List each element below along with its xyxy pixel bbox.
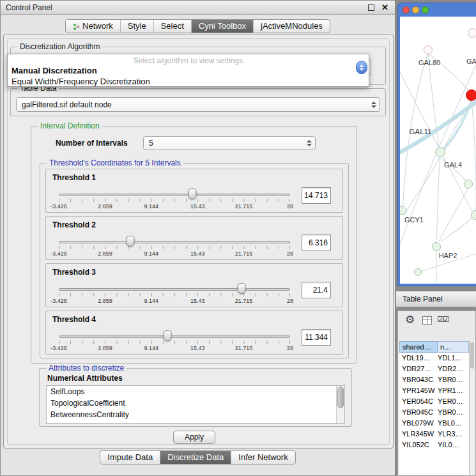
tab-network[interactable]: Network: [66, 20, 120, 33]
scale-label: 9.144: [144, 298, 159, 304]
scale-label: 9.144: [144, 345, 159, 351]
list-scrollbar[interactable]: [336, 386, 344, 423]
network-view-window: GAL80 GA GAL11 GAL4 GCY1 HAP2: [397, 3, 476, 286]
list-item[interactable]: BetweennessCentrality: [47, 409, 344, 420]
slider-track[interactable]: [59, 194, 290, 196]
slider-track[interactable]: [59, 288, 290, 291]
list-item[interactable]: TopologicalCoefficient: [47, 397, 344, 409]
control-panel-window: Control Panel ✕ Network Style Select: [0, 0, 395, 476]
tab-cyni-toolbox[interactable]: Cyni Toolbox: [191, 20, 253, 33]
tab-select[interactable]: Select: [153, 20, 191, 33]
table-row[interactable]: YPR145WYPR1…: [399, 385, 469, 396]
threshold-slider[interactable]: -3.426 2.859 9.144 15.43 21.715 28: [59, 190, 290, 210]
scale-label: 28: [287, 250, 293, 257]
scrollbar-thumb[interactable]: [337, 387, 344, 408]
tab-label: Discretize Data: [167, 451, 224, 464]
minimize-traffic-light[interactable]: [412, 6, 419, 13]
scale-label: 2.859: [98, 203, 112, 210]
table-row[interactable]: YLR345WYLR3…: [399, 429, 469, 440]
tab-style[interactable]: Style: [120, 20, 153, 33]
threshold-slider[interactable]: -3.426 2.859 9.144 15.43 21.715 28: [59, 284, 290, 305]
cell: YER0…: [438, 396, 469, 407]
cell: YPR145W: [399, 385, 438, 396]
tab-impute-data[interactable]: Impute Data: [100, 451, 160, 464]
threshold-panel-4: Threshold 4 -3.426 2.859 9.144 15.43 21.…: [45, 311, 343, 355]
tab-jactivemnodules[interactable]: jActiveMNodules: [253, 20, 330, 33]
group-label: Threshold's Coordinates for 5 Intervals: [47, 158, 183, 167]
scale-label: 28: [287, 345, 293, 351]
table-row[interactable]: YDR27…YDR2…: [399, 364, 469, 374]
tab-label: Style: [128, 20, 146, 33]
numerical-attributes-label: Numerical Attributes: [47, 374, 123, 383]
threshold-label: Threshold 3: [52, 268, 96, 277]
table-header-row: shared… n…: [399, 341, 469, 353]
network-icon: [73, 23, 80, 30]
cell: YPR1…: [438, 385, 469, 396]
column-header-shared-name[interactable]: shared…: [399, 341, 438, 353]
threshold-value-field[interactable]: 6.316: [302, 234, 331, 251]
network-node[interactable]: [435, 147, 445, 157]
columns-icon[interactable]: [422, 316, 432, 325]
network-node[interactable]: [464, 180, 473, 188]
algorithm-combobox-stepper[interactable]: [356, 61, 367, 74]
scale-label: 21.715: [235, 250, 253, 257]
cell: YLR345W: [399, 429, 438, 440]
close-traffic-light[interactable]: [403, 6, 410, 13]
cell: YBR045C: [399, 407, 438, 418]
apply-button[interactable]: Apply: [173, 431, 215, 444]
slider-thumb[interactable]: [188, 188, 196, 199]
dropdown-option-manual-discretization[interactable]: Manual Discretization: [8, 65, 369, 76]
network-node[interactable]: [424, 45, 433, 54]
scale-label: 9.144: [144, 250, 159, 257]
cell: YBR0…: [438, 374, 469, 385]
threshold-value-field[interactable]: 14.713: [302, 187, 331, 204]
table-row[interactable]: YER054CYER0…: [399, 396, 469, 407]
table-row[interactable]: YBL079WYBL0…: [399, 418, 469, 429]
number-of-intervals-spinner[interactable]: 5: [143, 136, 316, 150]
table-row[interactable]: YDL19…YDL1…: [399, 353, 469, 364]
threshold-slider[interactable]: -3.426 2.859 9.144 15.43 21.715 28: [59, 332, 290, 352]
network-node[interactable]: [432, 242, 441, 251]
zoom-traffic-light[interactable]: [422, 6, 429, 13]
table-row[interactable]: YBR043CYBR0…: [399, 374, 469, 385]
network-node[interactable]: [414, 268, 422, 276]
threshold-slider[interactable]: -3.426 2.859 9.144 15.43 21.715 28: [59, 237, 290, 257]
tab-discretize-data[interactable]: Discretize Data: [160, 451, 231, 464]
float-window-icon[interactable]: [368, 4, 374, 11]
threshold-value-field[interactable]: 21.4: [302, 282, 331, 298]
dropdown-option-equal-width[interactable]: Equal Width/Frequency Discretization: [8, 76, 369, 87]
table-data-combobox[interactable]: galFiltered.sif default node: [16, 97, 380, 112]
cell: YER054C: [399, 396, 438, 407]
slider-thumb[interactable]: [164, 330, 172, 341]
screen: Control Panel ✕ Network Style Select: [0, 0, 476, 476]
gear-icon[interactable]: ⚙: [405, 313, 415, 326]
network-canvas[interactable]: GAL80 GA GAL11 GAL4 GCY1 HAP2: [400, 17, 476, 284]
scale-label: 21.715: [235, 203, 253, 210]
scrollbar-thumb[interactable]: [470, 342, 474, 369]
tab-infer-network[interactable]: Infer Network: [231, 451, 295, 464]
checkbox-icon: ☑: [437, 315, 443, 324]
table-panel-title: Table Panel: [403, 295, 443, 303]
select-columns-icon[interactable]: ☑☑: [437, 315, 449, 324]
table-panel-header: Table Panel: [396, 291, 476, 307]
network-node[interactable]: [471, 210, 476, 220]
threshold-value-field[interactable]: 11.344: [302, 329, 331, 346]
slider-track[interactable]: [59, 241, 290, 243]
table-row[interactable]: YBR045CYBR0…: [399, 407, 469, 418]
network-node[interactable]: [468, 28, 476, 38]
list-item[interactable]: SelfLoops: [47, 386, 344, 397]
close-icon[interactable]: ✕: [381, 1, 388, 15]
scale-label: 15.43: [190, 203, 205, 210]
slider-thumb[interactable]: [237, 283, 245, 294]
network-node-selected[interactable]: [466, 89, 476, 101]
scale-label: 21.715: [235, 345, 253, 351]
table-row[interactable]: YIL052CYIL0…: [399, 440, 469, 450]
slider-track[interactable]: [59, 335, 290, 338]
scale-label: 21.715: [235, 298, 253, 304]
scale-label: -3.426: [50, 298, 67, 304]
table-scrollbar[interactable]: [469, 341, 475, 475]
slider-thumb[interactable]: [127, 236, 135, 247]
column-header-name[interactable]: n…: [438, 341, 469, 353]
tab-label: Infer Network: [238, 451, 288, 464]
scale-label: 28: [287, 203, 293, 210]
